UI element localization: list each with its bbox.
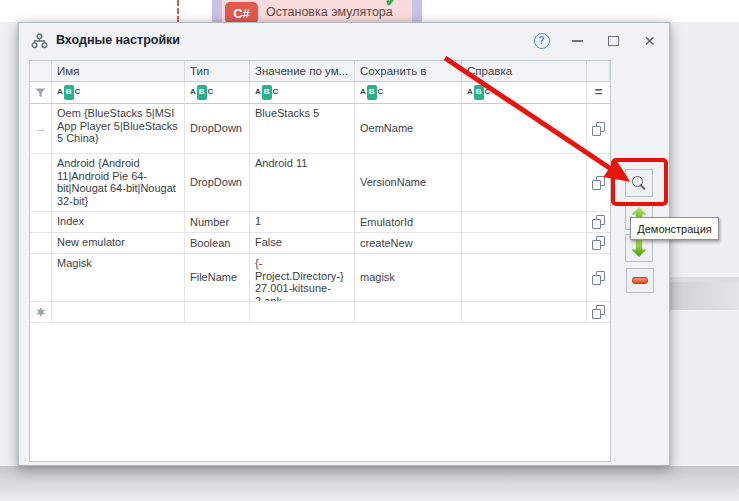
background-shadow — [0, 466, 739, 501]
copy-icon[interactable] — [592, 176, 605, 190]
cell-default[interactable]: False — [250, 233, 355, 254]
copy-icon[interactable] — [592, 215, 605, 229]
cell-type[interactable]: Number — [185, 212, 250, 233]
table-row[interactable]: New emulator Boolean False createNew — [30, 233, 610, 254]
input-settings-dialog: Входные настройки ? ✕ Имя Тип Значение п… — [18, 22, 670, 466]
cell-save[interactable]: EmulatorId — [355, 212, 462, 233]
cell-actions[interactable] — [587, 212, 610, 233]
abc-filter-icon: ABC — [360, 85, 383, 100]
equals-icon: = — [595, 86, 603, 99]
cell-name[interactable] — [52, 302, 185, 323]
row-indicator-new: ✱ — [30, 302, 52, 323]
abc-filter-icon: ABC — [467, 85, 490, 100]
cell-type[interactable]: DropDown — [185, 154, 250, 212]
filter-default[interactable]: ABC — [250, 82, 355, 104]
node-port-left — [212, 0, 222, 22]
abc-filter-icon: ABC — [255, 85, 278, 100]
funnel-icon — [35, 88, 46, 98]
cell-name[interactable]: Magisk — [52, 254, 185, 302]
new-row[interactable]: ✱ — [30, 302, 610, 323]
cell-help[interactable] — [462, 254, 587, 302]
cell-type[interactable]: DropDown — [185, 104, 250, 154]
minus-icon — [632, 277, 648, 284]
close-button[interactable]: ✕ — [640, 31, 659, 50]
help-button[interactable]: ? — [532, 31, 551, 50]
cell-actions[interactable] — [587, 104, 610, 154]
cell-save[interactable]: VersionName — [355, 154, 462, 212]
cell-actions[interactable] — [587, 154, 610, 212]
node-port-right — [412, 0, 422, 22]
cell-actions[interactable] — [587, 254, 610, 302]
cell-default[interactable]: 1 — [250, 212, 355, 233]
row-indicator-current: → — [30, 104, 52, 154]
cell-save[interactable]: OemName — [355, 104, 462, 154]
header-save[interactable]: Сохранить в пер... — [355, 61, 462, 82]
cell-save[interactable]: magisk — [355, 254, 462, 302]
filter-name[interactable]: ABC — [52, 82, 185, 104]
csharp-icon: C# — [225, 2, 258, 22]
copy-icon[interactable] — [592, 122, 605, 136]
filter-operator[interactable]: = — [587, 82, 610, 104]
cell-actions[interactable] — [587, 302, 610, 323]
filter-row: ABC ABC ABC ABC ABC = — [30, 82, 610, 104]
remove-button[interactable] — [626, 268, 654, 293]
connector-dashed-line — [177, 0, 179, 22]
dialog-titlebar[interactable]: Входные настройки ? ✕ — [19, 23, 669, 60]
filter-type[interactable]: ABC — [185, 82, 250, 104]
arrow-down-icon — [632, 239, 647, 257]
copy-icon[interactable] — [592, 236, 605, 250]
cell-name[interactable]: Android {Android 11|Android Pie 64-bit|N… — [52, 154, 185, 212]
minimize-icon — [572, 40, 583, 42]
row-indicator — [30, 212, 52, 233]
cell-help[interactable] — [462, 212, 587, 233]
copy-icon[interactable] — [592, 271, 605, 285]
tooltip: Демонстрация — [630, 217, 719, 240]
cell-help[interactable] — [462, 302, 587, 323]
table-row[interactable]: Magisk FileName {-Project.Directory-}27.… — [30, 254, 610, 302]
cell-help[interactable] — [462, 104, 587, 154]
filter-save[interactable]: ABC — [355, 82, 462, 104]
table-row[interactable]: → Oem {BlueStacks 5|MSI App Player 5|Blu… — [30, 104, 610, 154]
abc-filter-icon: ABC — [57, 85, 80, 100]
cell-name[interactable]: Oem {BlueStacks 5|MSI App Player 5|BlueS… — [52, 104, 185, 154]
cell-default[interactable]: BlueStacks 5 — [250, 104, 355, 154]
abc-filter-icon: ABC — [190, 85, 213, 100]
current-row-arrow-icon: → — [35, 122, 47, 135]
header-default[interactable]: Значение по ум... — [250, 61, 355, 82]
cell-name[interactable]: New emulator — [52, 233, 185, 254]
cell-default[interactable] — [250, 302, 355, 323]
copy-icon[interactable] — [592, 305, 605, 319]
cell-save[interactable] — [355, 302, 462, 323]
cell-type[interactable]: FileName — [185, 254, 250, 302]
table-row[interactable]: Index Number 1 EmulatorId — [30, 212, 610, 233]
maximize-icon — [608, 36, 619, 46]
filter-funnel-cell[interactable] — [30, 82, 52, 104]
row-indicator — [30, 233, 52, 254]
settings-table: Имя Тип Значение по ум... Сохранить в пе… — [29, 60, 611, 462]
background-canvas: C# Остановка эмулятора ✔ — [0, 0, 739, 22]
header-name[interactable]: Имя — [52, 61, 185, 82]
header-actions — [587, 61, 610, 82]
cell-default[interactable]: {-Project.Directory-}27.001-kitsune-2.ap… — [250, 254, 355, 302]
new-row-asterisk-icon: ✱ — [36, 306, 45, 319]
table-header-row: Имя Тип Значение по ум... Сохранить в пе… — [30, 61, 610, 82]
header-type[interactable]: Тип — [185, 61, 250, 82]
header-help[interactable]: Справка — [462, 61, 587, 82]
cell-help[interactable] — [462, 154, 587, 212]
cell-default[interactable]: Android 11 — [250, 154, 355, 212]
hierarchy-icon — [30, 32, 49, 51]
cell-type[interactable]: Boolean — [185, 233, 250, 254]
cell-type[interactable] — [185, 302, 250, 323]
cell-help[interactable] — [462, 233, 587, 254]
filter-help[interactable]: ABC — [462, 82, 587, 104]
header-indicator — [30, 61, 52, 82]
maximize-button[interactable] — [604, 31, 623, 50]
row-indicator — [30, 154, 52, 212]
row-indicator — [30, 254, 52, 302]
cell-actions[interactable] — [587, 233, 610, 254]
help-icon: ? — [534, 33, 550, 49]
minimize-button[interactable] — [568, 31, 587, 50]
table-row[interactable]: Android {Android 11|Android Pie 64-bit|N… — [30, 154, 610, 212]
cell-save[interactable]: createNew — [355, 233, 462, 254]
cell-name[interactable]: Index — [52, 212, 185, 233]
